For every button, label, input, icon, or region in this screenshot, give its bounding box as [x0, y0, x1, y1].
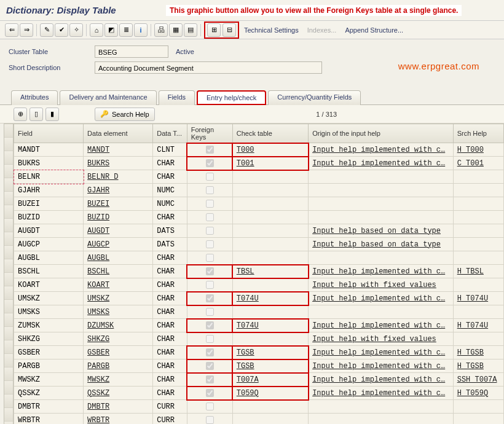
cell-data-element[interactable]: DMBTR [84, 400, 153, 414]
cell-field[interactable]: QSSKZ [14, 387, 84, 400]
cell-data-element[interactable]: BUZID [84, 211, 153, 224]
tab-entry-help[interactable]: Entry help/check [197, 90, 266, 105]
cell-check-table[interactable]: TBSL [232, 265, 308, 278]
cell-data-element[interactable]: WRBTR [84, 414, 153, 425]
table-row[interactable]: MWSKZMWSKZCHART007AInput help implemente… [14, 373, 504, 387]
cell-field[interactable]: KOART [14, 278, 84, 292]
table-row[interactable]: BELNRBELNR_DCHAR [14, 170, 504, 184]
cell-field[interactable]: BUKRS [14, 157, 84, 170]
col-field[interactable]: Field [14, 124, 84, 143]
cell-data-element[interactable]: DZUMSK [84, 319, 153, 332]
col-icon-2[interactable]: ▮ [45, 108, 59, 121]
cluster-table-field[interactable]: BSEG [95, 45, 168, 58]
cell-srch-help[interactable]: H_T059Q [453, 387, 503, 400]
cell-field[interactable]: AUGDT [14, 224, 84, 238]
cell-data-element[interactable]: UMSKS [84, 305, 153, 319]
cell-field[interactable]: AUGBL [14, 251, 84, 265]
table-row[interactable]: WRBTRWRBTRCURR [14, 414, 504, 425]
cell-srch-help[interactable]: H_TGSB [453, 346, 503, 359]
cell-field[interactable]: GJAHR [14, 184, 84, 197]
cell-data-element[interactable]: UMSKZ [84, 292, 153, 305]
col-data-element[interactable]: Data element [84, 124, 153, 143]
cell-field[interactable]: WRBTR [14, 414, 84, 425]
table-row[interactable]: AUGBLAUGBLCHAR [14, 251, 504, 265]
table-row[interactable]: GSBERGSBERCHARTGSBInput help implemented… [14, 346, 504, 359]
cell-data-element[interactable]: BELNR_D [84, 170, 153, 184]
col-check-table[interactable]: Check table [232, 124, 308, 143]
back-icon[interactable]: ⇐ [5, 23, 18, 37]
table-row[interactable]: KOARTKOARTCHARInput help with fixed valu… [14, 278, 504, 292]
cell-field[interactable]: DMBTR [14, 400, 84, 414]
contents-icon[interactable]: ▦ [169, 23, 183, 37]
display-list-icon[interactable]: ≣ [119, 23, 133, 37]
cell-origin-help[interactable]: Input help implemented with c… [309, 143, 454, 157]
cell-field[interactable]: BUZID [14, 211, 84, 224]
cell-data-element[interactable]: AUGBL [84, 251, 153, 265]
cell-origin-help[interactable]: Input help implemented with c… [309, 319, 454, 332]
activate-icon[interactable]: ✧ [69, 23, 83, 37]
hierarchy-icon[interactable]: 品 [154, 23, 168, 37]
cell-field[interactable]: BELNR [14, 170, 84, 184]
tab-fields[interactable]: Fields [159, 90, 195, 105]
table-row[interactable]: BUZEIBUZEINUMC [14, 197, 504, 211]
search-help-button[interactable]: 🔑 Search Help [95, 108, 155, 121]
table-row[interactable]: UMSKSUMSKSCHAR [14, 305, 504, 319]
cell-data-element[interactable]: AUGDT [84, 224, 153, 238]
cell-data-element[interactable]: BUKRS [84, 157, 153, 170]
tab-attributes[interactable]: Attributes [11, 90, 58, 105]
tab-delivery[interactable]: Delivery and Maintenance [60, 90, 156, 105]
toggle-icon[interactable]: ✎ [40, 23, 53, 37]
cell-srch-help[interactable]: H_T074U [453, 319, 503, 332]
table-row[interactable]: MANDTMANDTCLNTT000Input help implemented… [14, 143, 504, 157]
cell-origin-help[interactable]: Input help implemented with c… [309, 346, 454, 359]
cell-data-element[interactable]: KOART [84, 278, 153, 292]
cell-data-element[interactable]: QSSKZ [84, 387, 153, 400]
cell-origin-help[interactable]: Input help implemented with c… [309, 373, 454, 387]
table-row[interactable]: QSSKZQSSKZCHART059QInput help implemente… [14, 387, 504, 400]
table-row[interactable]: AUGDTAUGDTDATSInput help based on data t… [14, 224, 504, 238]
cell-field[interactable]: SHKZG [14, 332, 84, 346]
cell-check-table[interactable]: TGSB [232, 346, 308, 359]
cell-data-element[interactable]: PARGB [84, 359, 153, 373]
row-selector-gutter[interactable] [4, 124, 14, 424]
table-row[interactable]: BUZIDBUZIDCHAR [14, 211, 504, 224]
cell-field[interactable]: UMSKZ [14, 292, 84, 305]
cell-origin-help[interactable]: Input help implemented with c… [309, 265, 454, 278]
cell-field[interactable]: AUGCP [14, 238, 84, 251]
cell-check-table[interactable]: T074U [232, 292, 308, 305]
col-data-type[interactable]: Data T... [153, 124, 187, 143]
cell-origin-help[interactable]: Input help with fixed values [309, 278, 454, 292]
forward-icon[interactable]: ⇒ [20, 23, 33, 37]
cell-check-table[interactable]: T001 [232, 157, 308, 170]
cell-check-table[interactable]: TGSB [232, 359, 308, 373]
cell-check-table[interactable]: T059Q [232, 387, 308, 400]
where-used-icon[interactable]: ⌂ [90, 23, 103, 37]
cell-field[interactable]: MWSKZ [14, 373, 84, 387]
table-row[interactable]: AUGCPAUGCPDATSInput help based on data t… [14, 238, 504, 251]
cell-srch-help[interactable]: H_TBSL [453, 265, 503, 278]
cell-srch-help[interactable]: H_T000 [453, 143, 503, 157]
foreign-key-view2-icon[interactable]: ⊟ [222, 23, 236, 37]
table-row[interactable]: BUKRSBUKRSCHART001Input help implemented… [14, 157, 504, 170]
technical-settings-link[interactable]: Technical Settings [244, 26, 299, 34]
cell-origin-help[interactable]: Input help implemented with c… [309, 157, 454, 170]
cell-srch-help[interactable]: C_T001 [453, 157, 503, 170]
table-row[interactable]: BSCHLBSCHLCHARTBSLInput help implemented… [14, 265, 504, 278]
cell-check-table[interactable]: T074U [232, 319, 308, 332]
table-row[interactable]: DMBTRDMBTRCURR [14, 400, 504, 414]
append-structure-link[interactable]: Append Structure... [345, 26, 403, 34]
cell-origin-help[interactable]: Input help implemented with c… [309, 359, 454, 373]
col-foreign-keys[interactable]: Foreign Keys [187, 124, 232, 143]
cell-data-element[interactable]: SHKZG [84, 332, 153, 346]
cell-field[interactable]: ZUMSK [14, 319, 84, 332]
info-icon[interactable]: i [134, 23, 148, 37]
col-srch-help[interactable]: Srch Help [453, 124, 503, 143]
cell-srch-help[interactable]: SSH_T007A [453, 373, 503, 387]
cell-origin-help[interactable]: Input help based on data type [309, 224, 454, 238]
cell-srch-help[interactable]: H_T074U [453, 292, 503, 305]
table-row[interactable]: ZUMSKDZUMSKCHART074UInput help implement… [14, 319, 504, 332]
cell-field[interactable]: BSCHL [14, 265, 84, 278]
short-desc-field[interactable]: Accounting Document Segment [95, 61, 322, 74]
cell-check-table[interactable]: T007A [232, 373, 308, 387]
tab-currency[interactable]: Currency/Quantity Fields [268, 90, 361, 105]
